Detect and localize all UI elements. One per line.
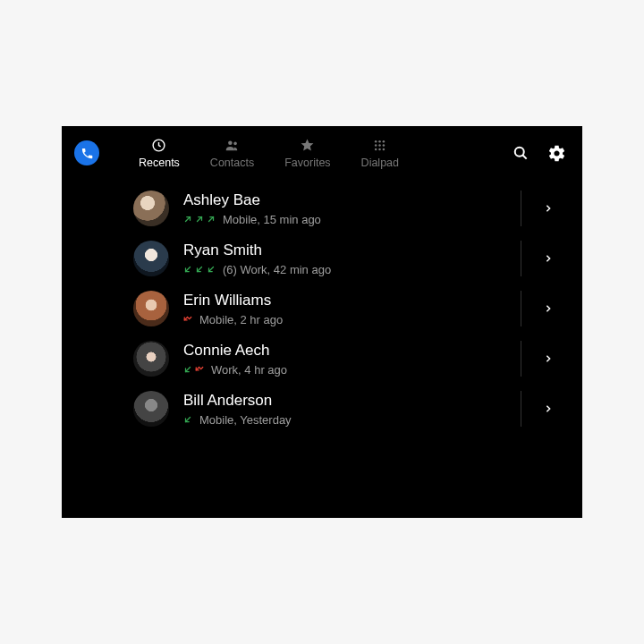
svg-point-9 [375,148,377,150]
call-content: Bill AndersonMobile, Yesterday [183,392,501,427]
contact-name: Bill Anderson [183,392,501,410]
call-content: Ashley BaeMobile, 15 min ago [183,191,501,226]
dialpad-icon [373,137,386,153]
call-details: Mobile, Yesterday [199,413,292,427]
call-direction-icons [183,215,216,224]
chevron-right-icon[interactable] [541,251,555,266]
incoming-call-icon [183,365,192,374]
row-divider [521,391,521,427]
call-details: Mobile, 15 min ago [223,213,321,226]
outgoing-call-icon [195,215,204,224]
call-row[interactable]: Bill AndersonMobile, Yesterday [62,384,582,434]
tab-favorites[interactable]: Favorites [284,137,330,169]
svg-point-8 [383,144,386,147]
chevron-right-icon[interactable] [541,301,555,316]
incoming-call-icon [195,265,204,274]
svg-point-10 [379,148,382,150]
gear-icon[interactable] [547,143,566,163]
contact-name: Ryan Smith [183,242,501,259]
search-icon[interactable] [511,143,530,163]
call-direction-icons [183,415,192,424]
avatar [133,391,169,427]
contact-name: Connie Aech [183,342,501,360]
call-content: Ryan Smith(6) Work, 42 min ago [183,242,501,276]
star-icon [300,137,315,153]
recents-list: Ashley BaeMobile, 15 min agoRyan Smith(6… [62,180,582,434]
svg-point-3 [375,140,377,142]
avatar [133,291,169,326]
svg-point-5 [383,140,386,142]
tab-bar: Recents Contacts Favorites [139,137,399,169]
chevron-right-icon[interactable] [541,352,555,366]
row-divider [521,241,521,276]
row-divider [521,191,521,226]
top-bar: Recents Contacts Favorites [62,126,582,180]
incoming-call-icon [207,265,216,274]
call-details: (6) Work, 42 min ago [223,263,331,276]
call-content: Erin WilliamsMobile, 2 hr ago [183,292,501,326]
call-direction-icons [183,315,192,324]
svg-point-11 [383,148,386,150]
tab-label: Dialpad [361,157,399,169]
call-subline: Mobile, 2 hr ago [183,313,501,326]
incoming-call-icon [183,415,192,424]
chevron-right-icon[interactable] [541,402,555,416]
svg-point-1 [228,140,233,145]
call-row[interactable]: Ryan Smith(6) Work, 42 min ago [62,233,582,284]
chevron-right-icon[interactable] [541,201,555,216]
tab-recents[interactable]: Recents [139,137,180,169]
call-row[interactable]: Ashley BaeMobile, 15 min ago [62,183,582,233]
row-divider [521,341,521,377]
tab-dialpad[interactable]: Dialpad [361,137,399,169]
call-row[interactable]: Connie AechWork, 4 hr ago [62,334,582,384]
missed-call-icon [183,315,192,324]
people-icon [224,137,241,153]
call-details: Mobile, 2 hr ago [199,313,283,326]
tab-label: Contacts [210,157,254,169]
call-content: Connie AechWork, 4 hr ago [183,342,501,377]
tab-label: Recents [139,157,180,169]
outgoing-call-icon [207,215,216,224]
phone-app-window: Recents Contacts Favorites [62,126,582,518]
svg-point-4 [379,140,382,142]
missed-call-icon [195,365,204,374]
row-divider [521,291,521,326]
clock-icon [151,137,166,153]
phone-app-icon [74,140,99,165]
contact-name: Ashley Bae [183,191,501,209]
svg-point-7 [379,144,382,147]
avatar [133,241,169,276]
tab-contacts[interactable]: Contacts [210,137,254,169]
incoming-call-icon [183,265,192,274]
outgoing-call-icon [183,215,192,224]
avatar [133,191,169,226]
call-subline: (6) Work, 42 min ago [183,263,501,276]
avatar [133,341,169,377]
call-direction-icons [183,265,216,274]
call-subline: Mobile, 15 min ago [183,213,501,226]
call-row[interactable]: Erin WilliamsMobile, 2 hr ago [62,284,582,334]
svg-point-6 [375,144,377,147]
call-direction-icons [183,365,204,374]
call-subline: Work, 4 hr ago [183,363,501,377]
contact-name: Erin Williams [183,292,501,309]
tab-label: Favorites [284,157,330,169]
svg-point-2 [233,141,237,145]
call-subline: Mobile, Yesterday [183,413,501,427]
call-details: Work, 4 hr ago [211,363,287,377]
svg-point-12 [515,148,524,157]
